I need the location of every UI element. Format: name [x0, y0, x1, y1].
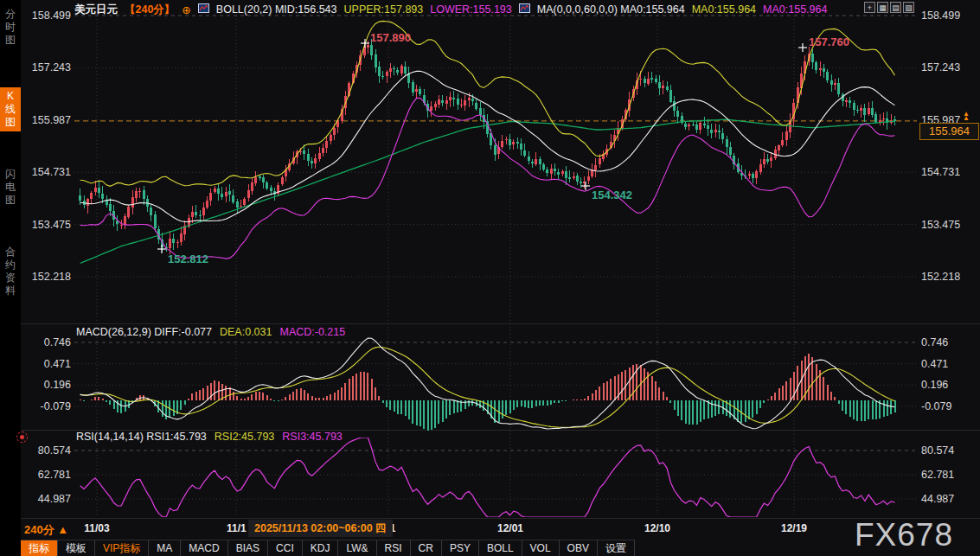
layout-grid-icon[interactable]: + — [864, 2, 875, 13]
boll-upper-line — [80, 21, 895, 186]
extreme-price-annotation: 157.760 — [809, 35, 849, 48]
indicator-value-text: MA0:155.964 — [763, 3, 827, 16]
date-tooltip: 2025/11/13 02:00~06:00 四 — [248, 520, 393, 537]
time-axis-tick: 11/03 — [84, 522, 109, 534]
current-price-label: 155.964 — [919, 123, 979, 140]
indicator-header: 美元日元【240分】⊕BOLL(20,2) MID:156.543UPPER:1… — [74, 3, 827, 16]
indicator-value-text: RSI3:45.793 — [282, 431, 343, 443]
toolbar-item-RSI[interactable]: RSI — [377, 540, 411, 556]
toolbar-item-设置[interactable]: 设置 — [598, 540, 635, 556]
indicator-value-text: DEA:0.031 — [220, 326, 272, 338]
time-axis-tick: 12/01 — [497, 522, 523, 534]
boll-mid-line — [80, 71, 895, 221]
sidebar-tab-char: 图 — [0, 34, 21, 47]
time-axis-tick: 12/19 — [781, 522, 807, 534]
sidebar-tab-char: 资 — [0, 272, 21, 284]
indicator-value-text: MA(0,0,0,60,0,0) MA0:155.964 — [537, 3, 685, 16]
toolbar-item-指标[interactable]: 指标 — [21, 540, 58, 556]
indicator-value-text: BOLL(20,2) MID:156.543 — [216, 3, 337, 16]
chart-window: 分时图K线图闪电图合约资料 美元日元【240分】⊕BOLL(20,2) MID:… — [0, 0, 980, 556]
shift-chart-icon[interactable]: ▧ — [903, 2, 914, 13]
sidebar-tab-char: 图 — [0, 194, 21, 207]
indicator-value-text: RSI(14,14,14) RSI1:45.793 — [76, 431, 207, 443]
time-axis-tick: 12/10 — [644, 522, 670, 534]
period-selector[interactable]: 240分 ▲ — [24, 522, 68, 538]
sidebar-tab-char: 闪 — [0, 168, 21, 181]
bottom-toolbar: 指标模板VIP指标MAMACDBIASCCIKDJLW&RSICRPSYBOLL… — [21, 540, 635, 556]
indicator-value-text: MACD(26,12,9) DIFF:-0.077 — [76, 326, 212, 338]
sidebar-tab-char: 线 — [0, 103, 21, 116]
toolbar-item-MA[interactable]: MA — [149, 540, 181, 556]
rsi-line — [80, 438, 895, 517]
indicator-value-text: MA0:155.964 — [692, 3, 756, 16]
sidebar-tab-char: 分 — [0, 8, 21, 21]
sidebar-tab-4[interactable]: 合约资料 — [0, 243, 21, 300]
sidebar-tab-3[interactable]: 闪电图 — [0, 165, 21, 209]
toolbar-item-VOL[interactable]: VOL — [522, 540, 560, 556]
left-sidebar: 分时图K线图闪电图合约资料 — [0, 0, 21, 556]
toolbar-item-PSY[interactable]: PSY — [442, 540, 479, 556]
indicator-value-text: RSI2:45.793 — [215, 431, 275, 443]
alarm-dot-icon[interactable] — [16, 431, 28, 443]
scale-right-axis-icon[interactable]: ▤ — [890, 2, 901, 13]
extreme-price-annotation: 157.890 — [370, 31, 411, 44]
indicator-value-text: LOWER:155.193 — [430, 3, 512, 16]
indicator-value-text: UPPER:157.893 — [344, 3, 424, 16]
indicator-value-text: 【240分】 — [125, 3, 175, 17]
toolbar-item-MACD[interactable]: MACD — [181, 540, 227, 556]
toolbar-item-BIAS[interactable]: BIAS — [228, 540, 268, 556]
macd-diff-line — [80, 338, 895, 429]
sidebar-tab-char: 图 — [0, 116, 21, 129]
toolbar-item-CCI[interactable]: CCI — [268, 540, 303, 556]
sidebar-tab-char: 时 — [0, 21, 21, 34]
indicator-value-text: 美元日元 — [74, 3, 118, 17]
toolbar-item-CR[interactable]: CR — [411, 540, 442, 556]
double-up-arrow-icon[interactable]: ▲▲ — [963, 112, 970, 120]
mini-chart-icon[interactable] — [519, 3, 530, 16]
toolbar-item-BOLL[interactable]: BOLL — [479, 540, 522, 556]
sidebar-tab-char: 约 — [0, 259, 21, 272]
sidebar-tab-char: 料 — [0, 284, 21, 297]
macd-header: MACD(26,12,9) DIFF:-0.077DEA:0.031MACD:-… — [76, 326, 345, 338]
indicator-value-text: MACD:-0.215 — [279, 326, 345, 338]
rsi-header: RSI(14,14,14) RSI1:45.793RSI2:45.793RSI3… — [76, 431, 343, 443]
scale-left-axis-icon[interactable]: ▦ — [877, 2, 888, 13]
mini-chart-icon[interactable] — [198, 3, 209, 16]
extreme-price-annotation: 154.342 — [592, 189, 632, 201]
fx678-watermark: FX678 — [855, 517, 953, 553]
toolbar-item-LW&[interactable]: LW& — [338, 540, 376, 556]
period-label: 240分 — [24, 523, 54, 536]
ma60-line — [80, 119, 895, 263]
candlestick-layer — [79, 39, 896, 255]
period-dropdown-arrow-icon: ▲ — [57, 523, 68, 536]
sidebar-tab-char: K — [0, 90, 21, 103]
sidebar-tab-char: 合 — [0, 246, 21, 259]
chart-canvas[interactable] — [0, 0, 980, 556]
time-axis-tick: 11/1 — [227, 522, 247, 534]
crosshair-target-icon[interactable]: ⊕ — [182, 3, 190, 16]
toolbar-item-OBV[interactable]: OBV — [560, 540, 598, 556]
toolbar-item-KDJ[interactable]: KDJ — [303, 540, 339, 556]
extreme-price-annotation: 152.812 — [168, 252, 208, 265]
window-buttons: +▦▤▧ — [864, 2, 914, 13]
toolbar-item-模板[interactable]: 模板 — [58, 540, 95, 556]
sidebar-tab-1[interactable]: 分时图 — [0, 5, 21, 49]
sidebar-tab-char: 电 — [0, 181, 21, 194]
macd-dea-line — [80, 347, 895, 427]
sidebar-tab-2[interactable]: K线图 — [0, 87, 21, 131]
toolbar-item-VIP指标[interactable]: VIP指标 — [95, 540, 149, 556]
